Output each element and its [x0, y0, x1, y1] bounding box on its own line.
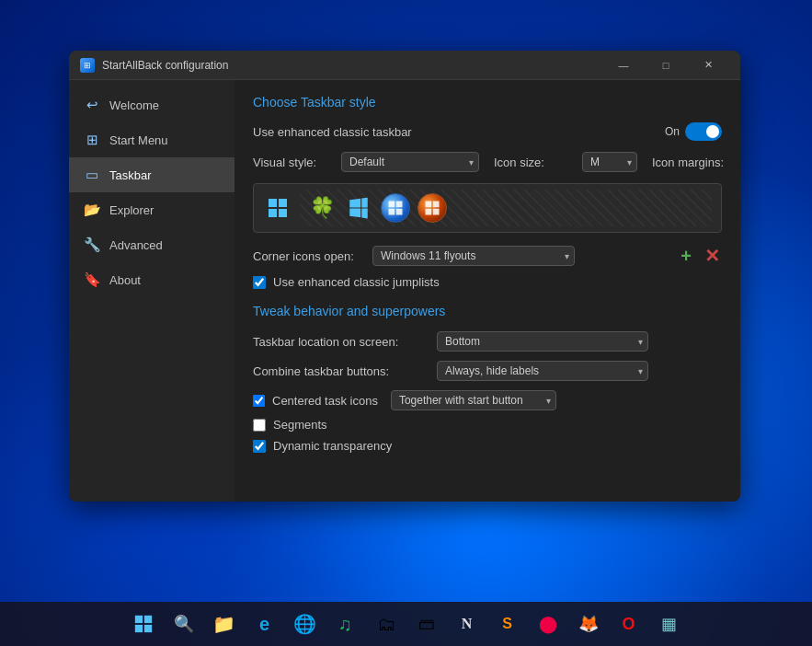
- icon-margins-label: Icon margins:: [652, 156, 726, 169]
- jumplists-checkbox[interactable]: [253, 276, 266, 289]
- taskbar-location-row: Taskbar location on screen: Bottom Top L…: [253, 331, 722, 352]
- visual-style-label: Visual style:: [253, 156, 326, 169]
- segments-checkbox[interactable]: [253, 419, 266, 432]
- corner-icons-label: Corner icons open:: [253, 249, 363, 263]
- dynamic-transparency-row: Dynamic transparency: [253, 439, 722, 453]
- combine-buttons-row: Combine taskbar buttons: Always, hide la…: [253, 361, 722, 381]
- sidebar-item-label: About: [109, 273, 141, 287]
- enhanced-taskbar-label: Use enhanced classic taskbar: [253, 125, 665, 139]
- taskbar-files-button[interactable]: 📁: [206, 606, 243, 642]
- taskbar-opera-button[interactable]: O: [611, 606, 647, 642]
- sidebar-item-label: Start Menu: [109, 133, 168, 147]
- svg-rect-16: [134, 616, 142, 623]
- corner-icons-wrapper: Windows 11 flyouts Classic flyouts Setti…: [372, 246, 575, 266]
- titlebar: ⊞ StartAllBack configuration — □ ✕: [69, 51, 740, 80]
- sidebar-item-startmenu[interactable]: ⊞ Start Menu: [69, 122, 234, 157]
- svg-rect-12: [426, 202, 432, 208]
- svg-rect-8: [389, 202, 395, 208]
- minimize-button[interactable]: —: [602, 51, 645, 80]
- enhanced-taskbar-row: Use enhanced classic taskbar On: [253, 122, 722, 141]
- visual-style-wrapper: Default Transparent Glass Acrylic: [341, 152, 479, 172]
- icon-size-label: Icon size:: [494, 156, 567, 169]
- corner-icons-select[interactable]: Windows 11 flyouts Classic flyouts Setti…: [372, 246, 575, 266]
- add-button[interactable]: +: [676, 246, 696, 266]
- svg-rect-14: [426, 209, 432, 215]
- jumplists-row: Use enhanced classic jumplists: [253, 275, 722, 289]
- taskbar-start-button[interactable]: [125, 606, 162, 642]
- sidebar-item-advanced[interactable]: 🔧 Advanced: [69, 227, 234, 262]
- taskbar-firefox-button[interactable]: 🦊: [570, 606, 607, 642]
- orb1-icon[interactable]: [381, 193, 410, 223]
- icons-strip-bg: 🍀: [300, 190, 712, 226]
- taskbar-app1-button[interactable]: 🗃: [408, 606, 445, 642]
- window-body: ↩ Welcome ⊞ Start Menu ▭ Taskbar 📂 Explo…: [69, 80, 740, 502]
- taskbar-notion-button[interactable]: N: [449, 606, 486, 642]
- svg-rect-0: [269, 199, 277, 207]
- sidebar-item-about[interactable]: 🔖 About: [69, 262, 234, 297]
- combine-buttons-select[interactable]: Always, hide labels Always When taskbar …: [437, 361, 648, 381]
- icon-size-wrapper: S M L: [582, 152, 637, 172]
- explorer-icon: 📂: [84, 202, 100, 218]
- section2-title: Tweak behavior and superpowers: [253, 304, 722, 318]
- centered-task-option-wrapper: Together with start button Center only t…: [391, 390, 556, 410]
- taskbar-icon: ▭: [84, 167, 100, 183]
- combine-buttons-wrapper: Always, hide labels Always When taskbar …: [437, 361, 648, 381]
- svg-rect-2: [269, 209, 277, 217]
- svg-rect-19: [143, 625, 151, 632]
- svg-rect-13: [433, 202, 440, 208]
- sidebar-item-explorer[interactable]: 📂 Explorer: [69, 192, 234, 227]
- dynamic-transparency-checkbox[interactable]: [253, 440, 266, 453]
- svg-rect-10: [389, 209, 395, 215]
- visual-style-select[interactable]: Default Transparent Glass Acrylic: [341, 152, 479, 172]
- combine-buttons-label: Combine taskbar buttons:: [253, 364, 428, 378]
- taskbar-explorer-button[interactable]: 🗂: [368, 606, 405, 642]
- svg-rect-1: [279, 199, 287, 207]
- taskbar-spotify-button[interactable]: ♫: [327, 606, 364, 642]
- maximize-button[interactable]: □: [645, 51, 687, 80]
- section1-title: Choose Taskbar style: [253, 95, 722, 110]
- window-title: StartAllBack configuration: [102, 59, 602, 72]
- enhanced-taskbar-toggle[interactable]: [685, 122, 722, 141]
- taskbar-search-button[interactable]: 🔍: [166, 606, 202, 642]
- taskbar-edge-button[interactable]: e: [246, 606, 283, 642]
- close-button[interactable]: ✕: [687, 51, 729, 80]
- sidebar-item-label: Explorer: [109, 203, 154, 217]
- taskbar-location-wrapper: Bottom Top Left Right: [437, 331, 648, 352]
- svg-rect-17: [143, 616, 151, 623]
- main-window: ⊞ StartAllBack configuration — □ ✕ ↩ Wel…: [69, 51, 740, 502]
- visual-style-row: Visual style: Default Transparent Glass …: [253, 152, 722, 172]
- taskbar-sublime-button[interactable]: S: [489, 606, 526, 642]
- taskbar-sysinfo-button[interactable]: ▦: [651, 606, 688, 642]
- sidebar-item-label: Welcome: [109, 98, 159, 112]
- win10-icon[interactable]: [344, 193, 373, 223]
- orb2-icon[interactable]: [417, 193, 447, 223]
- sidebar-item-label: Advanced: [109, 238, 163, 252]
- segments-row: Segments: [253, 418, 722, 432]
- clover-icon[interactable]: 🍀: [307, 193, 337, 223]
- centered-task-checkbox[interactable]: [253, 395, 265, 407]
- win11-icon[interactable]: [263, 193, 292, 223]
- sidebar-item-welcome[interactable]: ↩ Welcome: [69, 87, 234, 122]
- svg-marker-7: [361, 209, 368, 219]
- toggle-container: On: [665, 122, 722, 141]
- segments-label: Segments: [273, 418, 327, 432]
- remove-button[interactable]: ✕: [702, 246, 722, 266]
- centered-task-label: Centered task icons: [272, 394, 378, 408]
- centered-task-row: Centered task icons Together with start …: [253, 390, 722, 410]
- taskbar-dbeaver-button[interactable]: ⬤: [530, 606, 566, 642]
- svg-rect-15: [433, 209, 440, 215]
- centered-task-option-select[interactable]: Together with start button Center only t…: [391, 390, 556, 410]
- svg-rect-18: [134, 625, 142, 632]
- icon-size-select[interactable]: S M L: [582, 152, 637, 172]
- icons-preview-strip: 🍀: [253, 183, 722, 233]
- taskbar-chrome-button[interactable]: 🌐: [287, 606, 324, 642]
- advanced-icon: 🔧: [84, 236, 100, 253]
- svg-marker-6: [361, 198, 368, 208]
- dynamic-transparency-label: Dynamic transparency: [273, 439, 392, 453]
- corner-icons-row: Corner icons open: Windows 11 flyouts Cl…: [253, 246, 722, 266]
- taskbar-location-select[interactable]: Bottom Top Left Right: [437, 331, 648, 352]
- sidebar-item-taskbar[interactable]: ▭ Taskbar: [69, 157, 234, 192]
- sidebar: ↩ Welcome ⊞ Start Menu ▭ Taskbar 📂 Explo…: [69, 80, 234, 502]
- app-icon: ⊞: [80, 58, 95, 73]
- svg-marker-4: [349, 199, 360, 208]
